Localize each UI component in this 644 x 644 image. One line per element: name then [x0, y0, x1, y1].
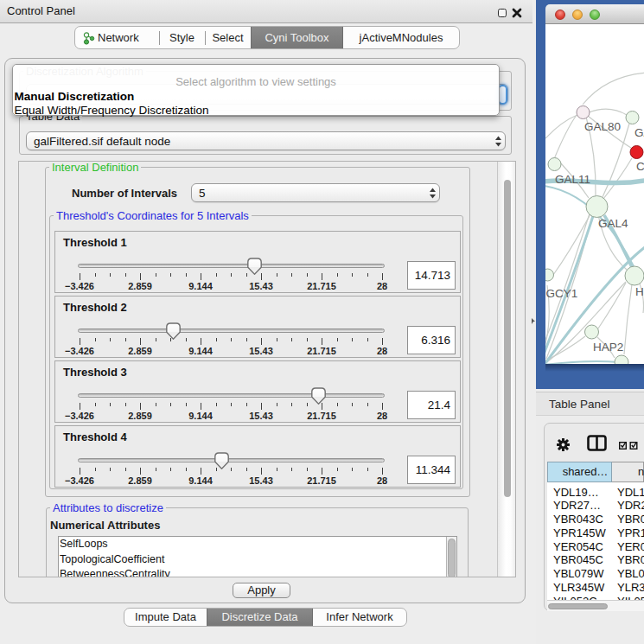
- svg-text:C: C: [636, 160, 644, 173]
- svg-text:GAL80: GAL80: [584, 120, 621, 133]
- svg-text:GAL4: GAL4: [598, 217, 628, 230]
- svg-text:GCY1: GCY1: [546, 287, 578, 300]
- svg-text:H: H: [635, 285, 644, 298]
- svg-text:GA: GA: [634, 126, 644, 139]
- svg-text:GAL11: GAL11: [555, 173, 590, 186]
- svg-text:HAP2: HAP2: [593, 341, 623, 354]
